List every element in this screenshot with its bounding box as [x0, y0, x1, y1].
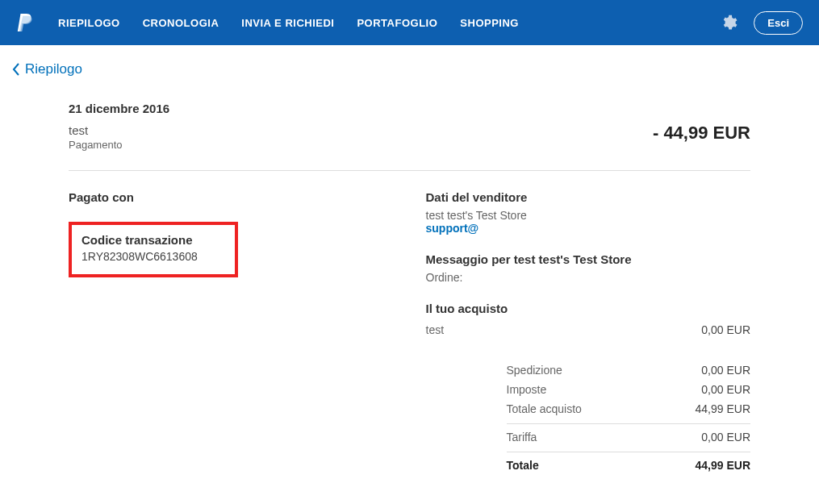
transaction-type: Pagamento: [69, 139, 169, 151]
chevron-left-icon: [12, 63, 20, 76]
nav-invia-richiedi[interactable]: INVIA E RICHIEDI: [241, 17, 334, 29]
nav-portafoglio[interactable]: PORTAFOGLIO: [357, 17, 437, 29]
nav-riepilogo[interactable]: RIEPILOGO: [58, 17, 120, 29]
summary-left: 21 dicembre 2016 test Pagamento: [69, 102, 169, 151]
breadcrumb-label: Riepilogo: [25, 61, 82, 77]
header: RIEPILOGO CRONOLOGIA INVIA E RICHIEDI PO…: [0, 0, 819, 45]
transaction-details: 21 dicembre 2016 test Pagamento - 44,99 …: [12, 102, 807, 493]
paid-with-section: Pagato con: [69, 190, 394, 204]
two-column: Pagato con Codice transazione 1RY82308WC…: [69, 171, 750, 493]
tax-value: 0,00 EUR: [701, 383, 750, 396]
paid-with-title: Pagato con: [69, 190, 394, 204]
seller-name: test test's Test Store: [426, 209, 751, 222]
right-column: Dati del venditore test test's Test Stor…: [426, 190, 751, 493]
content: Riepilogo 21 dicembre 2016 test Pagament…: [0, 45, 819, 504]
transaction-code-title: Codice transazione: [81, 233, 225, 247]
purchase-item-name: test: [426, 323, 445, 336]
left-column: Pagato con Codice transazione 1RY82308WC…: [69, 190, 394, 493]
purchase-total-row: Totale acquisto 44,99 EUR: [507, 399, 751, 419]
nav-shopping[interactable]: SHOPPING: [460, 17, 519, 29]
purchase-item-amount: 0,00 EUR: [701, 323, 750, 336]
gear-icon[interactable]: [720, 14, 738, 31]
purchase-item-row: test 0,00 EUR: [426, 320, 751, 339]
purchase-total-value: 44,99 EUR: [696, 402, 750, 415]
purchase-total-label: Totale acquisto: [507, 402, 582, 415]
message-title: Messaggio per test test's Test Store: [426, 252, 751, 266]
transaction-code-value: 1RY82308WC6613608: [81, 250, 225, 263]
fee-row: Tariffa 0,00 EUR: [507, 423, 751, 447]
seller-section: Dati del venditore test test's Test Stor…: [426, 190, 751, 235]
shipping-value: 0,00 EUR: [701, 364, 750, 377]
header-right: Esci: [720, 11, 803, 35]
breadcrumb-back[interactable]: Riepilogo: [12, 61, 807, 77]
logout-button[interactable]: Esci: [754, 11, 803, 35]
fee-label: Tariffa: [507, 431, 537, 444]
transaction-date: 21 dicembre 2016: [69, 102, 169, 115]
transaction-amount: - 44,99 EUR: [653, 102, 750, 144]
fee-table: Spedizione 0,00 EUR Imposte 0,00 EUR Tot…: [426, 360, 751, 475]
purchase-title: Il tuo acquisto: [426, 302, 751, 315]
purchase-section: Il tuo acquisto test 0,00 EUR Spedizione…: [426, 302, 751, 475]
shipping-label: Spedizione: [507, 364, 562, 377]
tax-row: Imposte 0,00 EUR: [507, 380, 751, 399]
message-body: Ordine:: [426, 271, 751, 284]
transaction-code-box: Codice transazione 1RY82308WC6613608: [69, 222, 238, 277]
transaction-name: test: [69, 123, 169, 137]
nav-cronologia[interactable]: CRONOLOGIA: [143, 17, 219, 29]
seller-title: Dati del venditore: [426, 190, 751, 204]
seller-email-link[interactable]: support@: [426, 222, 479, 235]
shipping-row: Spedizione 0,00 EUR: [507, 360, 751, 380]
paypal-logo[interactable]: [16, 12, 34, 33]
total-label: Totale: [507, 459, 539, 472]
message-section: Messaggio per test test's Test Store Ord…: [426, 252, 751, 284]
tax-label: Imposte: [507, 383, 547, 396]
summary-row: 21 dicembre 2016 test Pagamento - 44,99 …: [69, 102, 750, 171]
total-value: 44,99 EUR: [696, 459, 750, 472]
main-nav: RIEPILOGO CRONOLOGIA INVIA E RICHIEDI PO…: [58, 17, 720, 29]
fee-value: 0,00 EUR: [701, 431, 750, 444]
total-row: Totale 44,99 EUR: [507, 452, 751, 475]
